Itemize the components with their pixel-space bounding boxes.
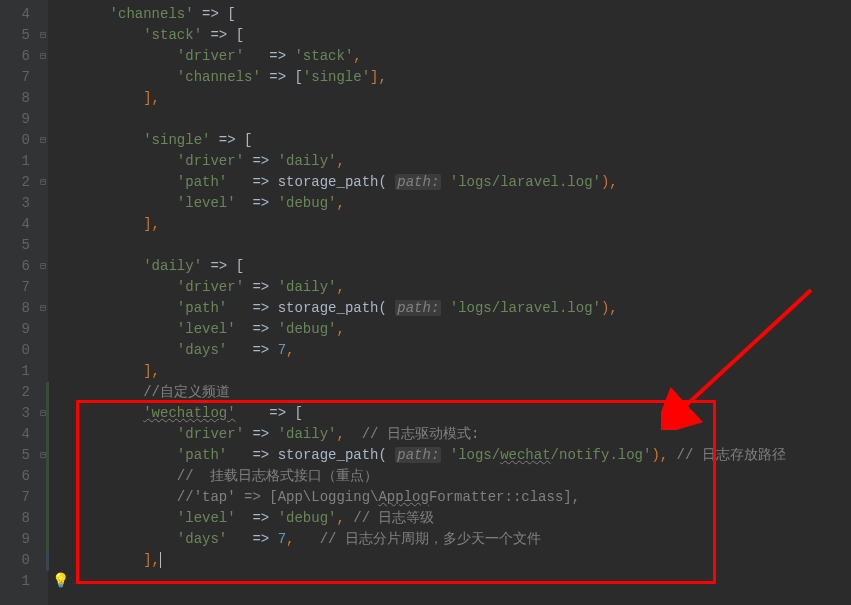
line-number: 5⊟ — [0, 25, 30, 46]
change-marker — [46, 529, 49, 550]
line-number: 7⊟ — [0, 277, 30, 298]
change-marker — [46, 466, 49, 487]
change-marker — [46, 403, 49, 424]
line-number: 3 — [0, 403, 30, 424]
line-number: 7 — [0, 67, 30, 88]
line-number: 1 — [0, 361, 30, 382]
cursor — [160, 552, 161, 568]
code-line[interactable]: 'stack' => [ — [76, 25, 851, 46]
fold-icon[interactable]: ⊟ — [38, 25, 48, 46]
code-line[interactable]: 'daily' => [ — [76, 256, 851, 277]
line-number: 0 — [0, 550, 30, 571]
line-number: 6 — [0, 466, 30, 487]
line-number: 5 — [0, 445, 30, 466]
code-line[interactable]: 'wechatlog' => [ — [76, 403, 851, 424]
line-number: 3 — [0, 193, 30, 214]
fold-icon[interactable]: ⊟ — [38, 298, 48, 319]
line-number: 1 — [0, 571, 30, 592]
code-line[interactable]: 'driver' => 'daily', — [76, 277, 851, 298]
code-line[interactable]: 'path' => storage_path( path: 'logs/lara… — [76, 298, 851, 319]
code-editor[interactable]: 4⊟ 5⊟ 6 7 8 9⊟ 0 1⊟ 2 3 4 5⊟ 6 7⊟ 8 9 0 … — [0, 0, 851, 605]
code-line[interactable]: 'level' => 'debug', // 日志等级 — [76, 508, 851, 529]
code-line[interactable]: 'driver' => 'stack', — [76, 46, 851, 67]
line-number: 2⊟ — [0, 382, 30, 403]
code-line[interactable]: ], — [76, 550, 851, 571]
line-number: 4 — [0, 214, 30, 235]
line-number: 9 — [0, 319, 30, 340]
line-number: 6 — [0, 46, 30, 67]
code-line[interactable] — [76, 109, 851, 130]
line-number: 9⊟ — [0, 109, 30, 130]
line-gutter: 4⊟ 5⊟ 6 7 8 9⊟ 0 1⊟ 2 3 4 5⊟ 6 7⊟ 8 9 0 … — [0, 0, 48, 605]
change-marker — [46, 382, 49, 403]
line-number: 0 — [0, 130, 30, 151]
code-line[interactable] — [76, 235, 851, 256]
change-marker — [46, 424, 49, 445]
line-number: 4⊟ — [0, 4, 30, 25]
line-number: 8 — [0, 508, 30, 529]
code-line[interactable]: 'channels' => [ — [76, 4, 851, 25]
fold-icon[interactable]: ⊟ — [38, 130, 48, 151]
line-number: 2 — [0, 172, 30, 193]
code-content[interactable]: 'channels' => [ 'stack' => [ 'driver' =>… — [48, 0, 851, 605]
code-line[interactable]: ], — [76, 88, 851, 109]
line-number: 1⊟ — [0, 151, 30, 172]
line-number: 8 — [0, 88, 30, 109]
fold-icon[interactable]: ⊟ — [38, 256, 48, 277]
line-number: 6 — [0, 256, 30, 277]
change-marker — [46, 508, 49, 529]
code-line[interactable]: 'days' => 7, // 日志分片周期，多少天一个文件 — [76, 529, 851, 550]
line-number: 7 — [0, 487, 30, 508]
code-line[interactable]: 'single' => [ — [76, 130, 851, 151]
code-line[interactable]: //'tap' => [App\Logging\ApplogFormatter:… — [76, 487, 851, 508]
change-marker — [46, 550, 49, 571]
code-line[interactable]: 'days' => 7, — [76, 340, 851, 361]
line-number: 5⊟ — [0, 235, 30, 256]
code-line[interactable]: 'path' => storage_path( path: 'logs/wech… — [76, 445, 851, 466]
fold-icon[interactable]: ⊟ — [38, 172, 48, 193]
code-line[interactable]: // 挂载日志格式接口（重点） — [76, 466, 851, 487]
bulb-icon[interactable]: 💡 — [52, 572, 69, 589]
code-line[interactable]: 'driver' => 'daily', — [76, 151, 851, 172]
line-number: 0 — [0, 340, 30, 361]
code-line[interactable]: ], — [76, 361, 851, 382]
code-line[interactable]: 'path' => storage_path( path: 'logs/lara… — [76, 172, 851, 193]
line-number: 4⊟ — [0, 424, 30, 445]
code-line[interactable]: 'level' => 'debug', — [76, 193, 851, 214]
code-line[interactable]: ], — [76, 214, 851, 235]
line-number: 9 — [0, 529, 30, 550]
fold-icon[interactable]: ⊟ — [38, 46, 48, 67]
code-line[interactable]: //自定义频道 — [76, 382, 851, 403]
line-number: 8 — [0, 298, 30, 319]
code-line[interactable]: 'channels' => ['single'], — [76, 67, 851, 88]
code-line[interactable]: 'level' => 'debug', — [76, 319, 851, 340]
change-marker — [46, 445, 49, 466]
code-line[interactable]: 'driver' => 'daily', // 日志驱动模式: — [76, 424, 851, 445]
change-marker — [46, 487, 49, 508]
